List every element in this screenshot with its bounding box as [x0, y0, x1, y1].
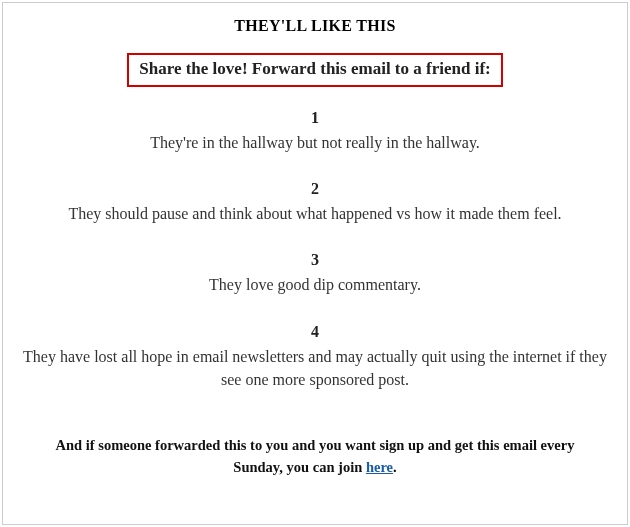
item-number-3: 3 [15, 251, 615, 269]
list-item: 4 They have lost all hope in email newsl… [15, 323, 615, 391]
item-text-3: They love good dip commentary. [15, 273, 615, 296]
item-number-4: 4 [15, 323, 615, 341]
subheading-text: Share the love! Forward this email to a … [139, 59, 490, 79]
item-text-2: They should pause and think about what h… [15, 202, 615, 225]
item-number-2: 2 [15, 180, 615, 198]
footer-prefix: And if someone forwarded this to you and… [56, 437, 575, 475]
footer-suffix: . [393, 459, 397, 475]
subheading-highlight-box: Share the love! Forward this email to a … [127, 53, 502, 87]
item-text-4: They have lost all hope in email newslet… [15, 345, 615, 391]
list-item: 2 They should pause and think about what… [15, 180, 615, 225]
item-number-1: 1 [15, 109, 615, 127]
join-link[interactable]: here [366, 459, 393, 475]
email-section: THEY'LL LIKE THIS Share the love! Forwar… [2, 2, 628, 525]
item-text-1: They're in the hallway but not really in… [15, 131, 615, 154]
list-item: 1 They're in the hallway but not really … [15, 109, 615, 154]
footer-cta: And if someone forwarded this to you and… [15, 435, 615, 479]
list-item: 3 They love good dip commentary. [15, 251, 615, 296]
section-heading: THEY'LL LIKE THIS [15, 17, 615, 35]
